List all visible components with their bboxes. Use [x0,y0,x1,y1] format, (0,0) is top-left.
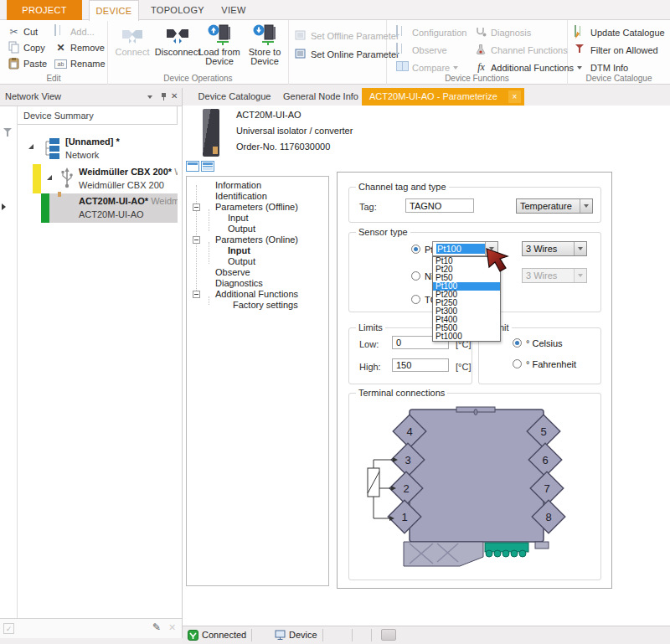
ribbon: ✂ Cut Copy Paste Add... ✕ Remove ab Rena… [0,20,670,85]
ribbon-group-device-functions: Configuration Observe Compare Diagnosis … [387,20,568,85]
store-to-device-button[interactable]: Store to Device [242,23,287,73]
nav-item-information[interactable]: Information [215,180,261,191]
tab-topology[interactable]: TOPOLOGY [147,0,208,20]
tree-filter-icon[interactable] [3,127,13,137]
remove-button[interactable]: ✕ Remove [52,39,107,55]
tag-label: Tag: [359,202,377,212]
high-unit-suffix: [°C] [456,362,471,372]
tree-node-network[interactable]: [Unnamed] * Network [17,134,178,164]
panel-close-icon[interactable]: ✕ [171,91,178,100]
connect-label: Connect [116,48,150,57]
copy-button[interactable]: Copy [5,39,48,55]
pt-radio[interactable] [411,245,420,254]
device-product-image [203,109,219,157]
disconnect-button[interactable]: Disconnect [155,23,200,73]
status-indicator-button[interactable] [381,629,396,641]
dropdown-option[interactable]: Pt1000 [433,332,500,341]
edit-pencil-icon[interactable]: ✎ [152,621,161,633]
network-view-bottom-toolbar: ✓ ✎ ✕ [0,618,182,638]
remove-label: Remove [70,43,105,53]
combo-arrow-icon [574,269,586,282]
layout-single-pane-button[interactable] [186,161,199,172]
collapse-box-icon[interactable] [193,204,200,211]
tab-device[interactable]: DEVICE [89,0,139,21]
collapse-box-icon[interactable] [193,236,200,244]
doc-tab-general-node-info[interactable]: General Node Info [276,88,365,106]
channel-functions-button[interactable]: Channel Functions [472,42,570,58]
device-summary-label: Device Summary [23,111,94,121]
paste-button[interactable]: Paste [5,55,49,71]
wires-combo[interactable]: 3 Wires [522,241,587,256]
validate-check-icon[interactable]: ✓ [3,623,14,634]
doc-tab-device-catalogue[interactable]: Device Catalogue [194,88,275,106]
tab-project[interactable]: PROJECT [7,0,82,20]
nav-item-online-output[interactable]: Output [228,256,255,267]
channel-type-combo[interactable]: Temperature [516,198,593,214]
tc-radio[interactable] [411,295,420,304]
fx-icon: fx [475,61,487,74]
filter-on-allowed-button[interactable]: Filter on Allowed [572,42,661,58]
connected-status-label: Connected [202,630,246,640]
info-icon [575,61,587,74]
configuration-grid-icon [396,26,409,39]
fahrenheit-radio[interactable] [513,359,522,368]
nav-item-additional-functions[interactable]: Additional Functions [215,289,298,300]
nav-item-factory-settings[interactable]: Factory settings [233,300,298,311]
tree-node-act20m[interactable]: ACT20M-UI-AO* Weidm... ACT20M-UI-AO [17,193,178,223]
tree-node-cbx200[interactable]: Weidmüller CBX 200* Wei... Weidmüller CB… [17,164,178,193]
update-catalogue-button[interactable]: Update Catalogue [572,24,667,40]
celsius-radio[interactable] [513,338,522,348]
configuration-button[interactable]: Configuration [394,24,469,40]
status-bar-yellow [33,164,41,193]
node-title-bold: ACT20M-UI-AO* [79,196,148,206]
doc-tab-parameterize-online[interactable]: ACT20M-UI-AO - Parameterize Online × [362,88,524,106]
sensor-type-group-label: Sensor type [356,227,410,237]
document-tab-bar: Device Catalogue General Node Info ACT20… [183,88,670,106]
rename-button[interactable]: ab Rename [52,55,108,71]
layout-split-pane-button[interactable] [201,161,214,172]
load-from-device-label: Load from Device [197,48,242,66]
tree-line [209,209,209,231]
load-from-device-icon [207,23,232,48]
high-input[interactable]: 150 [392,358,449,372]
parameter-nav-pane: Information Identification Parameters (O… [186,176,329,586]
pin-icon[interactable] [160,92,168,100]
nav-item-identification[interactable]: Identification [215,191,267,202]
set-offline-parameter-button[interactable]: Set Offline Parameter [292,28,402,44]
observe-button[interactable]: Observe [394,42,450,58]
nav-item-online-input-selected[interactable]: Input [228,245,250,256]
terminal-number: 1 [401,511,407,523]
cut-button[interactable]: ✂ Cut [5,23,40,39]
tab-view[interactable]: VIEW [214,0,253,20]
node-title: [Unnamed] * [65,137,120,147]
device-summary-header[interactable]: Device Summary [17,106,178,125]
combo-arrow-icon[interactable] [580,199,592,213]
connect-button[interactable]: Connect [110,23,155,73]
load-from-device-button[interactable]: Load from Device [197,23,242,73]
nav-item-offline-input[interactable]: Input [228,213,248,224]
diagnosis-button[interactable]: Diagnosis [472,24,533,40]
nav-item-offline-output[interactable]: Output [228,224,255,234]
panel-menu-chevron-icon[interactable] [147,95,152,99]
network-icon [42,137,62,162]
ni-radio[interactable] [411,271,420,281]
expand-arrow-icon[interactable] [28,144,34,149]
node-title: Weidmüller CBX 200* Wei... [79,167,178,177]
expand-arrow-icon[interactable] [47,175,52,180]
nav-item-observe[interactable]: Observe [215,267,250,278]
tag-input[interactable]: TAGNO [405,198,474,213]
nav-item-diagnostics[interactable]: Diagnostics [215,278,263,289]
add-button[interactable]: Add... [52,23,97,39]
tab-close-icon[interactable]: × [508,90,521,103]
combo-arrow-icon[interactable] [574,242,586,255]
node-subtitle: ACT20M-UI-AO [79,209,144,219]
ribbon-group-device-catalogue: Update Catalogue Filter on Allowed DTM I… [568,20,670,85]
terminal-connections-group-label: Terminal connections [356,388,447,398]
nav-item-parameters-offline[interactable]: Parameters (Offline) [215,202,298,213]
nav-item-parameters-online[interactable]: Parameters (Online) [215,234,298,245]
collapse-box-icon[interactable] [193,291,200,298]
wires-combo-disabled-value: 3 Wires [526,270,557,281]
observe-label: Observe [412,45,447,55]
set-online-parameter-button[interactable]: Set Online Parameter [292,46,402,62]
clear-icon[interactable]: ✕ [168,622,176,633]
